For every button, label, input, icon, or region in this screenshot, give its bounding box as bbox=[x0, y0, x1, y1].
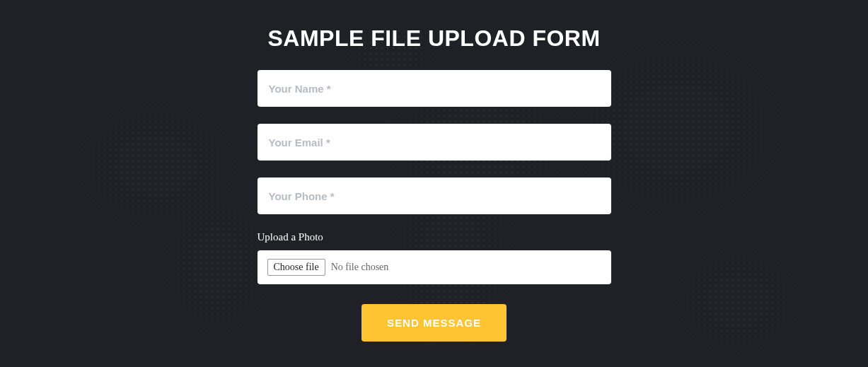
name-input[interactable] bbox=[257, 70, 611, 107]
form-container: SAMPLE FILE UPLOAD FORM Upload a Photo C… bbox=[257, 0, 611, 342]
file-status-text: No file chosen bbox=[331, 262, 389, 273]
email-input[interactable] bbox=[257, 124, 611, 161]
upload-field-group: Upload a Photo Choose file No file chose… bbox=[257, 231, 611, 284]
page-title: SAMPLE FILE UPLOAD FORM bbox=[267, 25, 600, 52]
upload-label: Upload a Photo bbox=[257, 231, 611, 243]
phone-input[interactable] bbox=[257, 177, 611, 214]
choose-file-button[interactable]: Choose file bbox=[267, 259, 325, 276]
file-input-wrapper[interactable]: Choose file No file chosen bbox=[257, 250, 611, 284]
send-message-button[interactable]: SEND MESSAGE bbox=[361, 304, 507, 342]
upload-form: Upload a Photo Choose file No file chose… bbox=[257, 70, 611, 342]
